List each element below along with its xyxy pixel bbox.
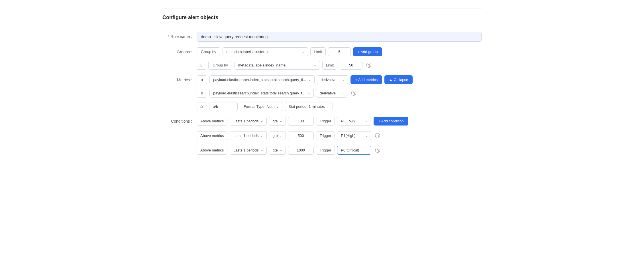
group-field-select-1[interactable]: metadata.labels.cluster_id ⌄ bbox=[223, 47, 308, 56]
condition-metrics-2: Above metrics bbox=[197, 131, 227, 140]
metric-row-2: b payload.elasticsearch.index_stats.tota… bbox=[197, 89, 358, 98]
group-field-select-2[interactable]: metadata.labels.index_name ⌄ bbox=[235, 61, 320, 70]
chevron-down-icon-4: ⌄ bbox=[342, 78, 345, 82]
groups-content: Group by metadata.labels.cluster_id ⌄ Li… bbox=[197, 47, 482, 70]
limit-input-2[interactable] bbox=[340, 61, 362, 70]
condition-trigger-1: Trigger bbox=[316, 117, 335, 126]
chevron-down-icon-6: ⌄ bbox=[341, 91, 344, 95]
add-condition-button[interactable]: + Add condition bbox=[374, 117, 408, 126]
limit-label-2: Limit bbox=[322, 61, 337, 70]
chevron-down-icon-7: ⌄ bbox=[276, 105, 279, 108]
chevron-down-icon-16: ⌄ bbox=[280, 148, 282, 152]
groups-label: Groups : bbox=[162, 47, 197, 54]
condition-trigger-3: Trigger bbox=[316, 146, 335, 155]
rule-name-input[interactable] bbox=[197, 32, 482, 42]
collapse-button[interactable]: ▲ Collapse bbox=[384, 75, 413, 84]
format-type-select[interactable]: Num ⌄ bbox=[267, 104, 279, 109]
chevron-down-icon-14: ⌄ bbox=[365, 134, 368, 137]
chevron-down-icon-8: ⌄ bbox=[327, 105, 329, 108]
group-row-2: L Group by metadata.labels.index_name ⌄ … bbox=[197, 61, 373, 70]
groups-row: Groups : Group by metadata.labels.cluste… bbox=[162, 47, 482, 70]
rule-name-content bbox=[197, 32, 482, 42]
condition-operator-3[interactable]: gte ⌄ bbox=[269, 146, 286, 155]
remove-metric-button-2[interactable]: ⓗ bbox=[350, 89, 358, 97]
conditions-row: Conditions : Above metrics Lasts 1 perio… bbox=[162, 117, 482, 157]
chevron-down-icon-2: ⌄ bbox=[311, 63, 316, 67]
condition-row-1: Above metrics Lasts 1 periods ⌄ gte ⌄ Tr… bbox=[197, 117, 408, 126]
metrics-row: Metrics : a payload.elasticsearch.index_… bbox=[162, 75, 482, 111]
condition-lasts-1[interactable]: Lasts 1 periods ⌄ bbox=[230, 117, 266, 126]
metric-id-1: a bbox=[197, 75, 207, 84]
group-by-label-2: Group by bbox=[208, 61, 232, 70]
rule-name-label: * Rule name : bbox=[162, 32, 197, 39]
metric-row-1: a payload.elasticsearch.index_stats.tota… bbox=[197, 75, 413, 84]
metrics-label: Metrics : bbox=[162, 75, 197, 82]
group-by-label-1: Group by bbox=[197, 47, 220, 56]
format-type-box: Format Type Num ⌄ bbox=[240, 102, 282, 111]
remove-condition-button-2[interactable]: ⓗ bbox=[374, 132, 382, 140]
condition-priority-1[interactable]: P3(Low) ⌄ bbox=[337, 117, 371, 126]
condition-value-1[interactable] bbox=[288, 117, 314, 126]
chevron-down-icon-3: ⌄ bbox=[306, 78, 311, 82]
chevron-down-icon-17: ⌄ bbox=[365, 148, 368, 152]
required-star: * bbox=[168, 34, 169, 39]
section-title: Configure alert objects bbox=[162, 9, 482, 24]
fx-input[interactable] bbox=[209, 102, 238, 111]
chevron-down-icon-12: ⌄ bbox=[260, 134, 263, 137]
condition-priority-2[interactable]: P1(High) ⌄ bbox=[337, 131, 371, 140]
metric-field-2[interactable]: payload.elasticsearch.index_stats.total.… bbox=[209, 89, 314, 98]
chevron-down-icon-9: ⌄ bbox=[260, 119, 263, 123]
chevron-down-icon-11: ⌄ bbox=[365, 119, 368, 123]
condition-value-2[interactable] bbox=[288, 131, 314, 140]
chevron-down-icon: ⌄ bbox=[299, 50, 304, 54]
metric-type-2[interactable]: derivative ⌄ bbox=[316, 89, 347, 98]
remove-group-button-2[interactable]: ⓗ bbox=[365, 61, 373, 69]
condition-row-3: Above metrics Lasts 1 periods ⌄ gte ⌄ Tr… bbox=[197, 146, 382, 155]
rule-name-row: * Rule name : bbox=[162, 32, 482, 42]
stat-period-box: Stat period 1 minutes ⌄ bbox=[285, 102, 333, 111]
indent-indicator: L bbox=[197, 61, 206, 70]
conditions-label: Conditions : bbox=[162, 117, 197, 124]
fx-row: fx Format Type Num ⌄ Stat period 1 minut… bbox=[197, 102, 333, 111]
condition-lasts-3[interactable]: Lasts 1 periods ⌄ bbox=[230, 146, 266, 155]
metric-type-1[interactable]: derivative ⌄ bbox=[317, 75, 348, 84]
limit-input-1[interactable] bbox=[328, 47, 351, 56]
add-metrics-button[interactable]: + Add metrics bbox=[350, 75, 382, 84]
limit-label-1: Limit bbox=[310, 47, 325, 56]
metric-field-1[interactable]: payload.elasticsearch.index_stats.total.… bbox=[209, 75, 315, 84]
metric-id-2: b bbox=[197, 89, 207, 98]
fx-label: fx bbox=[197, 102, 207, 111]
group-row-1: Group by metadata.labels.cluster_id ⌄ Li… bbox=[197, 47, 382, 56]
chevron-down-icon-13: ⌄ bbox=[280, 134, 282, 137]
add-group-button[interactable]: + Add group bbox=[353, 47, 382, 56]
conditions-content: Above metrics Lasts 1 periods ⌄ gte ⌄ Tr… bbox=[197, 117, 482, 157]
condition-value-3[interactable] bbox=[288, 146, 314, 155]
condition-metrics-3: Above metrics bbox=[197, 146, 227, 155]
condition-priority-3[interactable]: P0(Critical) ⌄ bbox=[337, 146, 371, 155]
condition-metrics-1: Above metrics bbox=[197, 117, 227, 126]
chevron-down-icon-10: ⌄ bbox=[280, 119, 282, 123]
stat-period-label: Stat period bbox=[288, 104, 306, 109]
condition-operator-1[interactable]: gte ⌄ bbox=[269, 117, 286, 126]
condition-lasts-2[interactable]: Lasts 1 periods ⌄ bbox=[230, 131, 266, 140]
remove-condition-button-3[interactable]: ⓗ bbox=[374, 146, 382, 154]
chevron-down-icon-15: ⌄ bbox=[260, 148, 263, 152]
condition-trigger-2: Trigger bbox=[316, 131, 335, 140]
condition-operator-2[interactable]: gte ⌄ bbox=[269, 131, 286, 140]
condition-row-2: Above metrics Lasts 1 periods ⌄ gte ⌄ Tr… bbox=[197, 131, 382, 140]
format-type-label: Format Type bbox=[244, 104, 264, 109]
chevron-down-icon-5: ⌄ bbox=[305, 91, 310, 95]
stat-period-select[interactable]: 1 minutes ⌄ bbox=[309, 104, 329, 109]
metrics-content: a payload.elasticsearch.index_stats.tota… bbox=[197, 75, 482, 111]
